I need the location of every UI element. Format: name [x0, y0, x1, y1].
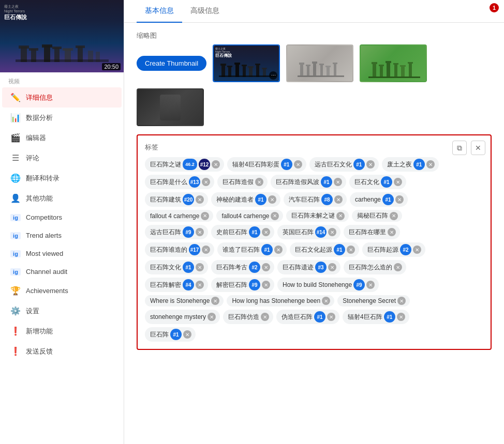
tag-remove-button[interactable]: ✕ [426, 160, 435, 169]
sidebar-item-settings[interactable]: ⚙️ 设置 [2, 301, 122, 321]
tag-remove-button[interactable]: ✕ [261, 313, 269, 321]
tag-remove-button[interactable]: ✕ [294, 160, 302, 169]
tag-item: stonehenge mystery ✕ [145, 310, 220, 324]
sidebar-item-competitors-label: Competitors [26, 213, 113, 221]
tag-remove-button[interactable]: ✕ [262, 281, 270, 289]
svg-rect-37 [319, 64, 324, 65]
sidebar-item-feedback[interactable]: ❗ 发送反馈 [2, 341, 122, 361]
tab-advanced-info[interactable]: 高级信息 [182, 0, 228, 23]
tag-remove-button[interactable]: ✕ [397, 297, 406, 305]
tag-text: 解密巨石阵 [216, 281, 247, 289]
svg-rect-3 [29, 48, 38, 51]
thumbnail-option-2[interactable] [360, 44, 427, 82]
tag-remove-button[interactable]: ✕ [262, 263, 270, 271]
tag-remove-button[interactable]: ✕ [196, 195, 204, 204]
tag-item: 巨石阵之谜 46.2 #12 ✕ [145, 157, 224, 172]
tag-remove-button[interactable]: ✕ [212, 160, 220, 169]
tags-close-button[interactable]: ✕ [471, 141, 485, 155]
sidebar-item-other[interactable]: 👤 其他功能 [2, 188, 122, 208]
tag-badge-rank: #1 [261, 244, 273, 255]
svg-rect-55 [368, 76, 420, 78]
tag-badge-rank: #1 [314, 311, 325, 323]
sidebar-item-new-features[interactable]: ❗ 新增功能 [2, 321, 122, 341]
tag-item: 巨石阵谁造的 #17 ✕ [145, 242, 214, 257]
sidebar-item-most-viewed[interactable]: ig Most viewed [2, 244, 122, 263]
tag-text: 远古巨石文化 [315, 160, 352, 169]
tag-remove-button[interactable]: ✕ [397, 313, 405, 321]
sidebar-item-competitors[interactable]: ig Competitors [2, 208, 122, 226]
sidebar-item-comments[interactable]: ☰ 评论 [2, 148, 122, 168]
tag-badge-rank: #14 [315, 226, 327, 238]
thumbnail-row: Create Thumbnail 廢土之夜 Night Terrors 巨石傳說 [137, 44, 492, 126]
tag-text: 巨石文化 [354, 178, 379, 187]
tag-remove-button[interactable]: ✕ [196, 263, 204, 271]
svg-rect-28 [262, 68, 267, 69]
tag-remove-button[interactable]: ✕ [268, 195, 276, 204]
tag-remove-button[interactable]: ✕ [207, 313, 216, 321]
svg-rect-46 [379, 65, 384, 66]
thumbnail-option-3[interactable] [137, 88, 204, 126]
svg-rect-22 [242, 65, 247, 66]
tag-remove-button[interactable]: ✕ [271, 212, 279, 220]
tag-remove-button[interactable]: ✕ [366, 160, 375, 169]
tags-container: 巨石阵之谜 46.2 #12 ✕ 辐射4巨石阵彩蛋 #1 ✕ 远古巨石文化 #1… [145, 157, 483, 342]
tag-remove-button[interactable]: ✕ [413, 246, 421, 254]
tag-remove-button[interactable]: ✕ [274, 246, 283, 254]
tag-text: 谁造了巨石阵 [223, 246, 260, 254]
tag-remove-button[interactable]: ✕ [183, 330, 191, 339]
tag-remove-button[interactable]: ✕ [347, 246, 355, 254]
chart-icon: 📊 [10, 113, 21, 123]
sidebar-item-other-label: 其他功能 [26, 194, 113, 203]
main-content: 1 基本信息 高级信息 缩略图 Create Thumbnail 廢土之夜 [124, 0, 504, 444]
tag-remove-button[interactable]: ✕ [202, 246, 210, 254]
tag-badge-rank: #1 [249, 226, 260, 238]
tag-item: How to build Stonehenge #9 ✕ [277, 278, 379, 292]
tag-remove-button[interactable]: ✕ [211, 297, 219, 305]
tag-remove-button[interactable]: ✕ [388, 228, 396, 236]
sidebar-item-translate[interactable]: 🌐 翻译和转录 [2, 168, 122, 188]
tag-item: 巨石阵起源 #2 ✕ [362, 242, 425, 257]
tag-badge-rank: #8 [321, 194, 333, 205]
tag-item: 巨石阵文化 #1 ✕ [145, 260, 208, 274]
tag-item: 解密巨石阵 #9 ✕ [211, 278, 274, 292]
tag-remove-button[interactable]: ✕ [196, 228, 204, 236]
sidebar-video-thumbnail[interactable]: 廢土之夜 Night Terrors 巨石傳說 20:50 [0, 0, 124, 72]
tag-badge-score: 46.2 [183, 159, 197, 170]
sidebar-item-editor[interactable]: 🎬 编辑器 [2, 128, 122, 148]
tags-copy-button[interactable]: ⧉ [452, 141, 467, 155]
tag-item: 英国巨石阵 #14 ✕ [277, 225, 340, 239]
tag-remove-button[interactable]: ✕ [196, 281, 204, 289]
svg-rect-47 [387, 62, 390, 78]
tag-remove-button[interactable]: ✕ [394, 263, 402, 271]
tag-remove-button[interactable]: ✕ [327, 313, 335, 321]
tag-remove-button[interactable]: ✕ [336, 212, 345, 220]
tag-remove-button[interactable]: ✕ [394, 178, 402, 186]
sidebar-item-trend-alerts[interactable]: ig Trend alerts [2, 226, 122, 244]
tag-remove-button[interactable]: ✕ [390, 212, 398, 220]
tag-remove-button[interactable]: ✕ [255, 178, 263, 186]
tag-remove-button[interactable]: ✕ [262, 228, 270, 236]
tag-remove-button[interactable]: ✕ [328, 263, 336, 271]
sidebar-item-analytics[interactable]: 📊 数据分析 [2, 108, 122, 128]
tag-badge-rank: #1 [413, 159, 425, 170]
tag-remove-button[interactable]: ✕ [202, 178, 210, 186]
sidebar-item-feedback-label: 发送反馈 [26, 347, 113, 356]
thumbnail-option-0[interactable]: 廢土之夜 Night Terrors 巨石傳說 [213, 44, 280, 82]
svg-rect-34 [313, 62, 316, 77]
tag-remove-button[interactable]: ✕ [328, 228, 336, 236]
tag-remove-button[interactable]: ✕ [322, 297, 330, 305]
tag-remove-button[interactable]: ✕ [395, 195, 404, 204]
tag-remove-button[interactable]: ✕ [366, 281, 375, 289]
create-thumbnail-button[interactable]: Create Thumbnail [137, 56, 206, 71]
svg-rect-32 [307, 65, 309, 77]
tag-remove-button[interactable]: ✕ [334, 195, 343, 204]
tag-remove-button[interactable]: ✕ [334, 178, 342, 186]
sidebar-item-achievements[interactable]: 🏆 Achievements [2, 281, 122, 301]
sidebar-item-details[interactable]: ✏️ 详细信息 [2, 87, 122, 108]
tab-basic-info[interactable]: 基本信息 [137, 0, 182, 23]
sidebar-item-channel-audit[interactable]: ig Channel audit [2, 263, 122, 281]
tag-text: 巨石阵 [150, 330, 169, 339]
tag-badge-rank: #1 [281, 159, 292, 170]
thumbnail-option-1[interactable] [286, 44, 353, 82]
tag-remove-button[interactable]: ✕ [201, 212, 209, 220]
